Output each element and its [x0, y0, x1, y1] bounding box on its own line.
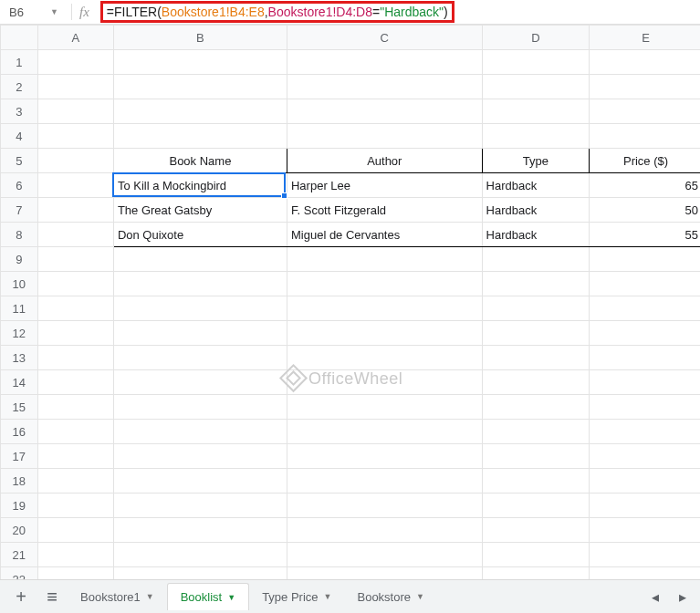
row-header[interactable]: 12 [1, 321, 38, 346]
column-header[interactable]: C [287, 26, 482, 50]
row-header[interactable]: 21 [1, 543, 38, 567]
cell[interactable] [37, 518, 113, 543]
cell[interactable] [590, 99, 700, 124]
cell[interactable] [482, 247, 589, 272]
cell[interactable] [37, 296, 113, 321]
cell[interactable] [113, 543, 287, 567]
chevron-down-icon[interactable]: ▼ [324, 592, 332, 601]
cell[interactable] [37, 198, 113, 223]
cell[interactable] [482, 444, 589, 469]
row-header[interactable]: 9 [1, 247, 38, 272]
cell[interactable] [287, 469, 482, 494]
cell[interactable] [287, 567, 482, 580]
cell[interactable] [287, 272, 482, 296]
cell[interactable] [287, 494, 482, 518]
cell[interactable] [590, 370, 700, 395]
sheet-tab[interactable]: Bookstore▼ [344, 583, 436, 610]
cell[interactable] [482, 50, 589, 75]
cell[interactable] [590, 124, 700, 149]
cell[interactable] [482, 272, 589, 296]
cell[interactable]: 50 [590, 198, 700, 223]
cell[interactable] [287, 99, 482, 124]
row-header[interactable]: 8 [1, 223, 38, 247]
cell[interactable] [37, 543, 113, 567]
cell[interactable] [113, 567, 287, 580]
cell[interactable] [287, 370, 482, 395]
tabs-scroll-left-button[interactable]: ◂ [643, 583, 667, 610]
cell[interactable] [113, 75, 287, 99]
row-header[interactable]: 11 [1, 296, 38, 321]
row-header[interactable]: 1 [1, 50, 38, 75]
cell[interactable] [287, 518, 482, 543]
row-header[interactable]: 17 [1, 444, 38, 469]
cell[interactable] [37, 247, 113, 272]
cell[interactable] [37, 99, 113, 124]
cell[interactable] [287, 124, 482, 149]
chevron-down-icon[interactable]: ▼ [146, 592, 154, 601]
cell[interactable] [113, 395, 287, 420]
cell[interactable] [590, 494, 700, 518]
cell[interactable] [482, 296, 589, 321]
all-sheets-button[interactable]: ≡ [37, 583, 68, 610]
row-header[interactable]: 6 [1, 173, 38, 198]
chevron-down-icon[interactable]: ▼ [416, 592, 424, 601]
cell[interactable] [482, 124, 589, 149]
cell[interactable] [590, 518, 700, 543]
cell[interactable]: Harper Lee [287, 173, 482, 198]
cell[interactable] [37, 124, 113, 149]
add-sheet-button[interactable]: + [5, 583, 37, 610]
cell[interactable] [482, 518, 589, 543]
cell[interactable] [113, 518, 287, 543]
cell[interactable] [590, 567, 700, 580]
cell[interactable] [37, 395, 113, 420]
cell[interactable]: 65 [590, 173, 700, 198]
cell[interactable] [113, 469, 287, 494]
cell[interactable] [37, 469, 113, 494]
cell[interactable] [113, 444, 287, 469]
row-header[interactable]: 13 [1, 346, 38, 370]
cell[interactable]: 55 [590, 223, 700, 247]
cell[interactable] [287, 444, 482, 469]
row-header[interactable]: 22 [1, 567, 38, 580]
cell[interactable] [590, 444, 700, 469]
cell[interactable] [37, 346, 113, 370]
cell[interactable] [113, 124, 287, 149]
cell[interactable] [113, 272, 287, 296]
cell[interactable] [482, 321, 589, 346]
row-header[interactable]: 20 [1, 518, 38, 543]
cell[interactable] [482, 494, 589, 518]
column-header[interactable]: D [482, 26, 589, 50]
cell[interactable]: Book Name [113, 149, 287, 173]
row-header[interactable]: 14 [1, 370, 38, 395]
cell[interactable] [590, 247, 700, 272]
column-header[interactable]: B [113, 26, 287, 50]
cell[interactable] [590, 296, 700, 321]
cell[interactable] [113, 494, 287, 518]
cell[interactable] [113, 420, 287, 444]
column-header[interactable]: A [37, 26, 113, 50]
cell[interactable] [113, 321, 287, 346]
cell[interactable]: Hardback [482, 223, 589, 247]
cell[interactable] [287, 420, 482, 444]
cell[interactable]: The Great Gatsby [113, 198, 287, 223]
cell[interactable] [482, 469, 589, 494]
row-header[interactable]: 15 [1, 395, 38, 420]
cell[interactable] [287, 321, 482, 346]
cell[interactable] [590, 543, 700, 567]
cell[interactable]: F. Scott Fitzgerald [287, 198, 482, 223]
cell[interactable] [37, 173, 113, 198]
cell[interactable] [37, 50, 113, 75]
cell[interactable]: Type [482, 149, 589, 173]
cell[interactable] [37, 223, 113, 247]
cell[interactable] [482, 99, 589, 124]
cell[interactable] [287, 296, 482, 321]
cell[interactable] [37, 75, 113, 99]
cell[interactable]: Don Quixote [113, 223, 287, 247]
row-header[interactable]: 16 [1, 420, 38, 444]
cell[interactable] [590, 420, 700, 444]
cell[interactable] [287, 247, 482, 272]
cell[interactable] [287, 543, 482, 567]
cell[interactable] [482, 75, 589, 99]
cell[interactable]: Hardback [482, 198, 589, 223]
cell[interactable] [113, 99, 287, 124]
